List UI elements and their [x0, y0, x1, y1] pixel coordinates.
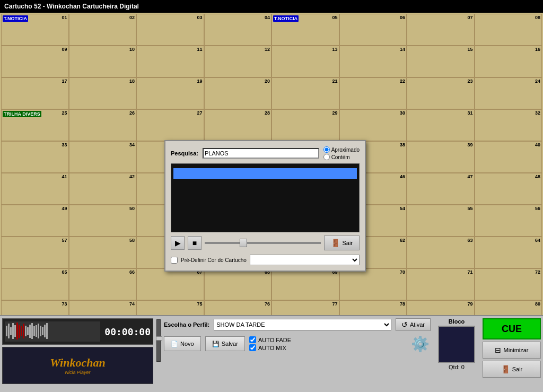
search-input[interactable]: [203, 148, 319, 159]
grid-cell[interactable]: 72: [475, 268, 542, 300]
grid-cell[interactable]: 15: [407, 46, 475, 77]
grid-cell[interactable]: 06: [339, 14, 407, 46]
auto-mix-checkbox-row[interactable]: AUTO MIX: [249, 344, 405, 351]
grid-cell[interactable]: 29: [272, 109, 339, 141]
cell-number: 07: [467, 15, 472, 20]
stop-button[interactable]: ■: [188, 236, 202, 250]
grid-cell[interactable]: 04: [204, 14, 272, 46]
grid-cell[interactable]: 77: [272, 300, 339, 315]
grid-cell[interactable]: 67: [136, 268, 204, 300]
grid-cell[interactable]: 18: [69, 77, 137, 109]
grid-cell[interactable]: 74: [69, 300, 137, 315]
grid-cell[interactable]: 10: [69, 46, 137, 77]
grid-cell[interactable]: 24: [475, 77, 542, 109]
settings-button[interactable]: ⚙️: [409, 333, 431, 354]
grid-cell[interactable]: 57: [1, 237, 69, 268]
volume-thumb[interactable]: [156, 336, 162, 341]
grid-cell[interactable]: 65: [1, 268, 69, 300]
grid-cell[interactable]: 34: [69, 141, 137, 173]
cell-number: 32: [535, 110, 540, 116]
grid-cell[interactable]: 42: [69, 173, 137, 205]
predefine-color-select[interactable]: [250, 255, 360, 265]
save-button[interactable]: 💾 Salvar: [205, 336, 245, 351]
grid-cell[interactable]: 01T.NOTICIA: [1, 14, 69, 46]
grid-cell[interactable]: 79: [407, 300, 475, 315]
grid-cell[interactable]: 31: [407, 109, 475, 141]
grid-cell[interactable]: 63: [407, 237, 475, 268]
grid-cell[interactable]: 09: [1, 46, 69, 77]
grid-cell[interactable]: 68: [204, 268, 272, 300]
radio-contem[interactable]: Contém: [323, 154, 360, 160]
grid-cell[interactable]: 22: [339, 77, 407, 109]
grid-cell[interactable]: 41: [1, 173, 69, 205]
grid-cell[interactable]: 40: [475, 141, 542, 173]
grid-cell[interactable]: 32: [475, 109, 542, 141]
waveform-area: 00:00:00: [2, 318, 153, 345]
grid-cell[interactable]: 05T.NOTICIA: [272, 14, 339, 46]
save-icon: 💾: [212, 341, 220, 347]
play-button[interactable]: ▶: [171, 236, 185, 250]
activate-button[interactable]: ↺ Ativar: [396, 318, 431, 331]
radio-aproximado[interactable]: Aproximado: [323, 146, 360, 153]
grid-cell[interactable]: 80: [475, 300, 542, 315]
exit-icon: 🚪: [501, 365, 510, 373]
results-list[interactable]: [171, 163, 360, 232]
grid-cell[interactable]: 13: [272, 46, 339, 77]
profile-row: Escolha o Perfil: SHOW DA TARDE ↺ Ativar: [164, 318, 431, 331]
grid-cell[interactable]: 17: [1, 77, 69, 109]
grid-cell[interactable]: 47: [407, 173, 475, 205]
grid-cell[interactable]: 20: [204, 77, 272, 109]
cell-number: 23: [467, 79, 472, 84]
profile-select[interactable]: SHOW DA TARDE: [214, 319, 391, 330]
cue-button[interactable]: CUE: [483, 318, 541, 339]
grid-cell[interactable]: 33: [1, 141, 69, 173]
new-button[interactable]: 📄 Novo: [164, 336, 201, 351]
grid-cell[interactable]: 21: [272, 77, 339, 109]
grid-cell[interactable]: 76: [204, 300, 272, 315]
grid-cell[interactable]: 08: [475, 14, 542, 46]
grid-cell[interactable]: 02: [69, 14, 137, 46]
grid-cell[interactable]: 64: [475, 237, 542, 268]
radio-group: Aproximado Contém: [323, 146, 360, 160]
grid-cell[interactable]: 39: [407, 141, 475, 173]
grid-cell[interactable]: 03: [136, 14, 204, 46]
grid-area: 01T.NOTICIA02030405T.NOTICIA060708091011…: [0, 13, 543, 315]
grid-cell[interactable]: 50: [69, 205, 137, 237]
progress-slider[interactable]: [205, 242, 321, 244]
grid-cell[interactable]: 07: [407, 14, 475, 46]
grid-cell[interactable]: 28: [204, 109, 272, 141]
auto-fade-checkbox[interactable]: [249, 336, 256, 343]
grid-cell[interactable]: 78: [339, 300, 407, 315]
auto-fade-checkbox-row[interactable]: AUTO FADE: [249, 336, 405, 343]
grid-cell[interactable]: 55: [407, 205, 475, 237]
grid-cell[interactable]: 58: [69, 237, 137, 268]
grid-cell[interactable]: 26: [69, 109, 137, 141]
cell-number: 64: [535, 238, 540, 243]
grid-cell[interactable]: 12: [204, 46, 272, 77]
grid-cell[interactable]: 48: [475, 173, 542, 205]
progress-thumb[interactable]: [240, 239, 247, 247]
grid-cell[interactable]: 27: [136, 109, 204, 141]
selected-result-item[interactable]: [173, 168, 357, 179]
grid-cell[interactable]: 19: [136, 77, 204, 109]
predefine-checkbox[interactable]: [171, 257, 178, 264]
grid-cell[interactable]: 71: [407, 268, 475, 300]
minimize-button[interactable]: ⊟ Minimizar: [483, 342, 541, 359]
grid-cell[interactable]: 75: [136, 300, 204, 315]
grid-cell[interactable]: 66: [69, 268, 137, 300]
exit-button[interactable]: 🚪 Sair: [483, 361, 541, 378]
grid-cell[interactable]: 23: [407, 77, 475, 109]
volume-slider[interactable]: [156, 319, 161, 362]
sair-dialog-button[interactable]: 🚪 Sair: [324, 236, 360, 250]
grid-cell[interactable]: 49: [1, 205, 69, 237]
auto-mix-checkbox[interactable]: [249, 344, 256, 351]
grid-cell[interactable]: 14: [339, 46, 407, 77]
grid-cell[interactable]: 73: [1, 300, 69, 315]
grid-cell[interactable]: 56: [475, 205, 542, 237]
grid-cell[interactable]: 30: [339, 109, 407, 141]
grid-cell[interactable]: 69: [272, 268, 339, 300]
grid-cell[interactable]: 16: [475, 46, 542, 77]
grid-cell[interactable]: 25TRILHA DIVERS: [1, 109, 69, 141]
grid-cell[interactable]: 11: [136, 46, 204, 77]
grid-cell[interactable]: 70: [339, 268, 407, 300]
